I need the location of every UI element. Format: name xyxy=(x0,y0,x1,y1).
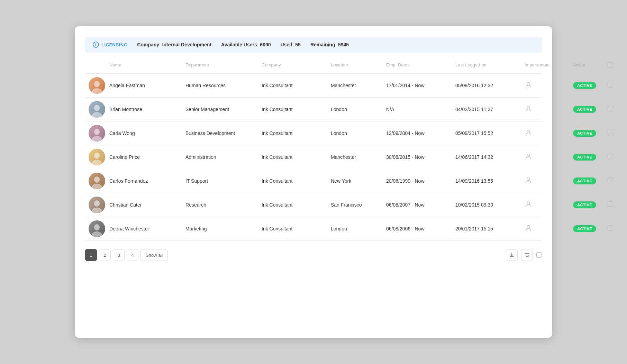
active-badge-brian-montrose: ACTIVE xyxy=(573,106,608,113)
table-row: Christian Cater Research Ink Consultant … xyxy=(85,193,542,217)
avatar-carla-wong xyxy=(89,125,105,142)
cell-dept-christian-cater: Research xyxy=(185,202,262,208)
licensing-bar: i LICENSING Company: Internal Developmen… xyxy=(85,37,542,53)
cell-dates-angela-eastman: 17/01/2014 - Now xyxy=(386,83,455,88)
cell-name-caroline-price: Caroline Price xyxy=(109,154,185,160)
active-badge-christian-cater: ACTIVE xyxy=(573,201,608,208)
cell-company-carlos-fernandez: Ink Consultant xyxy=(262,178,331,184)
cell-company-brian-montrose: Ink Consultant xyxy=(262,107,331,112)
svg-point-29 xyxy=(527,202,530,204)
svg-point-2 xyxy=(94,81,100,87)
available-label: Available Users: xyxy=(221,42,258,47)
svg-point-7 xyxy=(94,105,100,111)
table-row: Carla Wong Business Development Ink Cons… xyxy=(85,121,542,145)
page-1-button[interactable]: 1 xyxy=(85,249,97,261)
active-badge-deena-winchester: ACTIVE xyxy=(573,225,608,232)
impersonate-angela-eastman[interactable] xyxy=(525,81,573,90)
row-checkbox-christian-cater[interactable] xyxy=(608,201,621,208)
users-table: Name Department Company Location Emp. Da… xyxy=(85,62,542,241)
row-checkbox-angela-eastman[interactable] xyxy=(608,82,621,89)
impersonate-icon xyxy=(525,176,532,184)
impersonate-icon xyxy=(525,105,532,112)
row-checkbox-caroline-price[interactable] xyxy=(608,154,621,161)
company-value: Internal Development xyxy=(162,42,211,47)
cell-dept-carlos-fernandez: IT Support xyxy=(185,178,262,184)
cell-dates-caroline-price: 30/08/2015 - Now xyxy=(386,154,455,160)
show-all-button[interactable]: Show all xyxy=(140,249,168,261)
cell-company-deena-winchester: Ink Consultant xyxy=(262,226,331,231)
cell-name-deena-winchester: Deena Winchester xyxy=(109,226,185,231)
main-window: i LICENSING Company: Internal Developmen… xyxy=(75,26,552,338)
col-location: Location xyxy=(331,62,386,69)
impersonate-icon xyxy=(525,224,532,232)
select-all-checkbox[interactable] xyxy=(608,62,613,68)
page-3-button[interactable]: 3 xyxy=(113,249,125,261)
licensing-company: Company: Internal Development xyxy=(137,42,211,47)
svg-point-12 xyxy=(94,129,100,135)
svg-point-22 xyxy=(94,176,100,183)
used-value: 55 xyxy=(295,42,301,47)
info-icon: i xyxy=(93,42,99,48)
licensing-text: LICENSING xyxy=(101,42,127,47)
row-checkbox-carlos-fernandez[interactable] xyxy=(608,178,621,184)
impersonate-caroline-price[interactable] xyxy=(525,153,573,162)
cell-location-brian-montrose: London xyxy=(331,107,386,112)
cell-name-carlos-fernandez: Carlos Fernandez xyxy=(109,178,185,184)
cell-location-angela-eastman: Manchester xyxy=(331,83,386,88)
table-row: Angela Eastman Human Resources Ink Consu… xyxy=(85,74,542,98)
page-2-button[interactable]: 2 xyxy=(99,249,111,261)
table-row: Caroline Price Administration Ink Consul… xyxy=(85,145,542,169)
cell-logged-christian-cater: 10/02/2015 09:30 xyxy=(455,202,525,208)
cell-logged-carla-wong: 05/09/2017 15:52 xyxy=(455,130,525,136)
licensing-remaining: Remaining: 5945 xyxy=(310,42,349,47)
download-button[interactable] xyxy=(506,249,518,261)
impersonate-deena-winchester[interactable] xyxy=(525,224,573,233)
svg-point-17 xyxy=(94,153,100,159)
cell-name-brian-montrose: Brian Montrose xyxy=(109,107,185,112)
cell-dept-carla-wong: Business Development xyxy=(185,130,262,136)
col-impersonate: Impersonate xyxy=(525,62,573,69)
active-badge-caroline-price: ACTIVE xyxy=(573,154,608,161)
impersonate-carla-wong[interactable] xyxy=(525,129,573,138)
avatar-brian-montrose xyxy=(89,101,105,118)
sort-button[interactable] xyxy=(521,249,533,261)
page-4-button[interactable]: 4 xyxy=(127,249,138,261)
active-badge-angela-eastman: ACTIVE xyxy=(573,82,608,89)
cell-dates-carlos-fernandez: 20/06/1999 - Now xyxy=(386,178,455,184)
svg-point-34 xyxy=(527,226,530,228)
company-label: Company: xyxy=(137,42,161,47)
avatar-carlos-fernandez xyxy=(89,173,105,189)
svg-point-24 xyxy=(527,178,530,181)
row-checkbox-brian-montrose[interactable] xyxy=(608,106,621,113)
svg-point-19 xyxy=(527,154,530,157)
cell-location-christian-cater: San Francisco xyxy=(331,202,386,208)
impersonate-carlos-fernandez[interactable] xyxy=(525,176,573,185)
avatar-caroline-price xyxy=(89,149,105,165)
impersonate-icon xyxy=(525,153,532,160)
bulk-select-checkbox[interactable] xyxy=(536,252,542,258)
cell-dates-brian-montrose: N/A xyxy=(386,107,455,112)
impersonate-christian-cater[interactable] xyxy=(525,200,573,209)
cell-company-christian-cater: Ink Consultant xyxy=(262,202,331,208)
cell-dates-carla-wong: 12/09/2004 - Now xyxy=(386,130,455,136)
download-icon xyxy=(509,252,515,258)
cell-location-caroline-price: Manchester xyxy=(331,154,386,160)
col-last-logged: Last Logged on xyxy=(455,62,525,69)
impersonate-icon xyxy=(525,81,532,89)
svg-point-4 xyxy=(527,82,530,85)
cell-company-angela-eastman: Ink Consultant xyxy=(262,83,331,88)
row-checkbox-carla-wong[interactable] xyxy=(608,130,621,137)
col-avatar xyxy=(89,62,109,69)
impersonate-icon xyxy=(525,129,532,136)
licensing-used: Used: 55 xyxy=(281,42,301,47)
licensing-available: Available Users: 6000 xyxy=(221,42,271,47)
col-checkbox-all[interactable] xyxy=(608,62,621,69)
svg-point-27 xyxy=(94,200,100,207)
cell-company-carla-wong: Ink Consultant xyxy=(262,130,331,136)
impersonate-brian-montrose[interactable] xyxy=(525,105,573,114)
svg-point-9 xyxy=(527,106,530,109)
table-row: Brian Montrose Senior Management Ink Con… xyxy=(85,98,542,121)
pagination: 1 2 3 4 Show all xyxy=(85,249,542,261)
row-checkbox-deena-winchester[interactable] xyxy=(608,225,621,232)
licensing-label: i LICENSING xyxy=(93,42,127,48)
